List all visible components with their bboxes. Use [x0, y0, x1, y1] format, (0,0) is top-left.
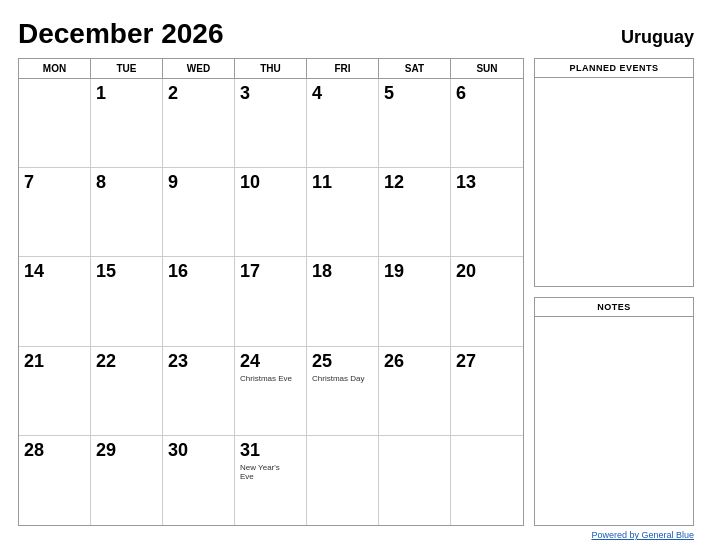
- notes-box: NOTES: [534, 297, 694, 526]
- cal-cell-3: 3: [235, 79, 307, 168]
- cal-cell-19: 19: [379, 257, 451, 346]
- cal-cell-12: 12: [379, 168, 451, 257]
- day-header-sat: SAT: [379, 59, 451, 78]
- cal-cell-7: 7: [19, 168, 91, 257]
- planned-events-title: PLANNED EVENTS: [535, 59, 693, 78]
- cal-cell-16: 16: [163, 257, 235, 346]
- cal-cell-6: 6: [451, 79, 523, 168]
- country-name: Uruguay: [621, 27, 694, 48]
- event-christmas-eve: Christmas Eve: [240, 374, 301, 384]
- cal-cell-empty: [19, 79, 91, 168]
- cal-cell-11: 11: [307, 168, 379, 257]
- cal-cell-30: 30: [163, 436, 235, 525]
- notes-title: NOTES: [535, 298, 693, 317]
- day-header-tue: TUE: [91, 59, 163, 78]
- cal-cell-13: 13: [451, 168, 523, 257]
- day-header-fri: FRI: [307, 59, 379, 78]
- cal-cell-empty-32: [307, 436, 379, 525]
- month-title: December 2026: [18, 18, 223, 50]
- day-headers: MON TUE WED THU FRI SAT SUN: [19, 59, 523, 79]
- planned-events-box: PLANNED EVENTS: [534, 58, 694, 287]
- cal-cell-2: 2: [163, 79, 235, 168]
- cal-cell-20: 20: [451, 257, 523, 346]
- calendar-grid: 1 2 3 4 5 6 7 8 9 10 11 12 13 14 15 16 1…: [19, 79, 523, 525]
- cal-cell-14: 14: [19, 257, 91, 346]
- day-header-thu: THU: [235, 59, 307, 78]
- footer: Powered by General Blue: [18, 526, 694, 540]
- cal-cell-29: 29: [91, 436, 163, 525]
- cal-cell-4: 4: [307, 79, 379, 168]
- cal-cell-17: 17: [235, 257, 307, 346]
- event-christmas-day: Christmas Day: [312, 374, 373, 384]
- notes-content: [535, 317, 693, 525]
- event-new-years-eve: New Year'sEve: [240, 463, 301, 482]
- planned-events-content: [535, 78, 693, 286]
- cal-cell-18: 18: [307, 257, 379, 346]
- cal-cell-23: 23: [163, 347, 235, 436]
- cal-cell-9: 9: [163, 168, 235, 257]
- cal-cell-empty-34: [451, 436, 523, 525]
- cal-cell-5: 5: [379, 79, 451, 168]
- day-header-wed: WED: [163, 59, 235, 78]
- cal-cell-24: 24 Christmas Eve: [235, 347, 307, 436]
- sidebar: PLANNED EVENTS NOTES: [534, 58, 694, 526]
- cal-cell-28: 28: [19, 436, 91, 525]
- header-row: December 2026 Uruguay: [18, 18, 694, 50]
- cal-cell-10: 10: [235, 168, 307, 257]
- cal-cell-21: 21: [19, 347, 91, 436]
- cal-cell-empty-33: [379, 436, 451, 525]
- main-content: MON TUE WED THU FRI SAT SUN 1 2 3 4 5 6 …: [18, 58, 694, 526]
- cal-cell-15: 15: [91, 257, 163, 346]
- cal-cell-27: 27: [451, 347, 523, 436]
- calendar-section: MON TUE WED THU FRI SAT SUN 1 2 3 4 5 6 …: [18, 58, 524, 526]
- powered-by-link[interactable]: Powered by General Blue: [591, 530, 694, 540]
- cal-cell-31: 31 New Year'sEve: [235, 436, 307, 525]
- page: December 2026 Uruguay MON TUE WED THU FR…: [0, 0, 712, 550]
- day-header-sun: SUN: [451, 59, 523, 78]
- day-header-mon: MON: [19, 59, 91, 78]
- cal-cell-8: 8: [91, 168, 163, 257]
- cal-cell-25: 25 Christmas Day: [307, 347, 379, 436]
- cal-cell-22: 22: [91, 347, 163, 436]
- cal-cell-1: 1: [91, 79, 163, 168]
- cal-cell-26: 26: [379, 347, 451, 436]
